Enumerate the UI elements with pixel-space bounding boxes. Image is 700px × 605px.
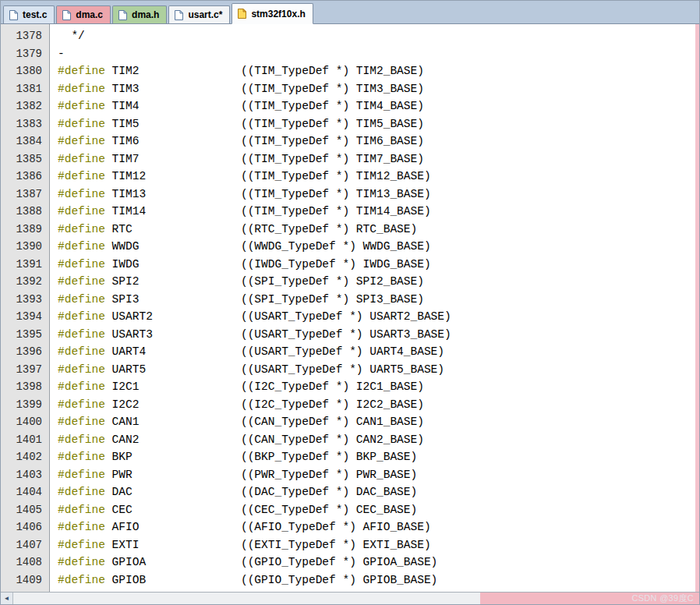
keyword-define: #define <box>58 188 105 200</box>
header-file-icon <box>237 8 247 19</box>
line-number: 1385 <box>1 150 49 168</box>
line-number: 1388 <box>1 203 49 221</box>
line-content: #define TIM6 ((TIM_TypeDef *) TIM6_BASE) <box>49 133 424 150</box>
code-editor[interactable]: 1378 */1379-1380#define TIM2 ((TIM_TypeD… <box>1 24 699 592</box>
keyword-define: #define <box>58 574 105 586</box>
keyword-define: #define <box>58 486 105 498</box>
line-number: 1404 <box>1 483 49 501</box>
tab-dma-c[interactable]: dma.c <box>56 5 111 23</box>
right-edge-strip <box>695 24 699 592</box>
keyword-define: #define <box>58 205 105 218</box>
line-content: #define AFIO ((AFIO_TypeDef *) AFIO_BASE… <box>49 518 431 536</box>
keyword-define: #define <box>58 451 105 463</box>
code-line: 1386#define TIM12 ((TIM_TypeDef *) TIM12… <box>1 168 699 186</box>
scroll-left-button[interactable]: ◄ <box>1 593 13 604</box>
line-number: 1395 <box>1 326 49 344</box>
keyword-define: #define <box>58 380 105 393</box>
line-number: 1394 <box>1 308 49 326</box>
keyword-define: #define <box>58 363 105 376</box>
line-number: 1400 <box>1 413 49 431</box>
tab-label: dma.h <box>132 9 159 20</box>
keyword-define: #define <box>58 223 105 235</box>
line-content: #define SPI3 ((SPI_TypeDef *) SPI3_BASE) <box>49 291 424 309</box>
tab-usart-c[interactable]: usart.c* <box>168 5 230 23</box>
code-line: 1389#define RTC ((RTC_TypeDef *) RTC_BAS… <box>1 221 699 239</box>
csdn-watermark: CSDN @39度C <box>480 593 699 604</box>
keyword-define: #define <box>58 433 105 446</box>
line-number: 1378 <box>1 27 49 45</box>
code-line: 1382#define TIM4 ((TIM_TypeDef *) TIM4_B… <box>1 97 699 115</box>
keyword-define: #define <box>58 556 105 568</box>
keyword-define: #define <box>58 275 105 288</box>
code-line: 1395#define USART3 ((USART_TypeDef *) US… <box>1 326 699 344</box>
code-line: 1392#define SPI2 ((SPI_TypeDef *) SPI2_B… <box>1 273 699 291</box>
line-number: 1386 <box>1 168 49 186</box>
line-number: 1392 <box>1 273 49 291</box>
code-line: 1398#define I2C1 ((I2C_TypeDef *) I2C1_B… <box>1 378 699 396</box>
keyword-define: #define <box>58 83 105 95</box>
tab-label: stm32f10x.h <box>251 9 305 19</box>
code-lines: 1378 */1379-1380#define TIM2 ((TIM_TypeD… <box>1 27 699 589</box>
line-number: 1391 <box>1 256 49 274</box>
code-line: 1378 */ <box>1 27 699 45</box>
line-content: #define TIM14 ((TIM_TypeDef *) TIM14_BAS… <box>49 203 431 221</box>
horizontal-scrollbar[interactable]: ◄ CSDN @39度C <box>1 592 699 604</box>
keyword-define: #define <box>58 345 105 358</box>
code-line: 1399#define I2C2 ((I2C_TypeDef *) I2C2_B… <box>1 396 699 414</box>
code-line: 1394#define USART2 ((USART_TypeDef *) US… <box>1 308 699 326</box>
line-number: 1405 <box>1 501 49 519</box>
code-line: 1405#define CEC ((CEC_TypeDef *) CEC_BAS… <box>1 501 699 519</box>
code-line: 1409#define GPIOB ((GPIO_TypeDef *) GPIO… <box>1 571 699 589</box>
line-content: #define IWDG ((IWDG_TypeDef *) IWDG_BASE… <box>49 256 431 274</box>
line-content: #define TIM5 ((TIM_TypeDef *) TIM5_BASE) <box>49 115 424 133</box>
tab-dma-h[interactable]: dma.h <box>112 5 167 23</box>
code-line: 1408#define GPIOA ((GPIO_TypeDef *) GPIO… <box>1 554 699 571</box>
line-content: #define RTC ((RTC_TypeDef *) RTC_BASE) <box>49 221 417 239</box>
code-line: 1383#define TIM5 ((TIM_TypeDef *) TIM5_B… <box>1 115 699 133</box>
line-content: #define I2C2 ((I2C_TypeDef *) I2C2_BASE) <box>49 396 424 414</box>
line-content: #define TIM4 ((TIM_TypeDef *) TIM4_BASE) <box>49 97 424 115</box>
code-line: 1397#define UART5 ((USART_TypeDef *) UAR… <box>1 361 699 379</box>
keyword-define: #define <box>58 153 105 165</box>
line-number: 1381 <box>1 80 49 98</box>
keyword-define: #define <box>58 504 105 516</box>
line-content: */ <box>49 27 85 45</box>
tab-stm32f10x-h[interactable]: stm32f10x.h <box>232 3 313 24</box>
line-number: 1401 <box>1 431 49 449</box>
line-content: #define WWDG ((WWDG_TypeDef *) WWDG_BASE… <box>49 238 431 256</box>
line-content: #define CAN1 ((CAN_TypeDef *) CAN1_BASE) <box>49 413 424 431</box>
keyword-define: #define <box>58 469 105 481</box>
tab-label: dma.c <box>76 9 103 20</box>
line-number: 1380 <box>1 62 49 80</box>
line-number: 1387 <box>1 186 49 203</box>
file-icon <box>174 9 184 21</box>
keyword-define: #define <box>58 293 105 306</box>
keyword-define: #define <box>58 258 105 271</box>
line-content: #define USART3 ((USART_TypeDef *) USART3… <box>49 326 451 344</box>
line-number: 1397 <box>1 361 49 379</box>
keyword-define: #define <box>58 398 105 411</box>
file-icon <box>62 9 72 21</box>
line-number: 1379 <box>1 45 49 63</box>
line-content: #define I2C1 ((I2C_TypeDef *) I2C1_BASE) <box>49 378 424 396</box>
code-line: 1407#define EXTI ((EXTI_TypeDef *) EXTI_… <box>1 536 699 554</box>
scrollbar-track[interactable] <box>13 593 480 604</box>
code-line: 1400#define CAN1 ((CAN_TypeDef *) CAN1_B… <box>1 413 699 431</box>
line-content: #define TIM7 ((TIM_TypeDef *) TIM7_BASE) <box>49 150 424 168</box>
line-number: 1407 <box>1 536 49 554</box>
code-line: 1388#define TIM14 ((TIM_TypeDef *) TIM14… <box>1 203 699 221</box>
code-line: 1379- <box>1 45 699 63</box>
code-line: 1391#define IWDG ((IWDG_TypeDef *) IWDG_… <box>1 256 699 274</box>
line-content: #define GPIOB ((GPIO_TypeDef *) GPIOB_BA… <box>49 571 437 589</box>
keyword-define: #define <box>58 100 105 112</box>
line-content: #define TIM13 ((TIM_TypeDef *) TIM13_BAS… <box>49 186 431 203</box>
line-number: 1406 <box>1 518 49 536</box>
tab-test-c[interactable]: test.c <box>3 5 55 23</box>
line-content: #define EXTI ((EXTI_TypeDef *) EXTI_BASE… <box>49 536 431 554</box>
line-number: 1402 <box>1 448 49 466</box>
keyword-define: #define <box>58 118 105 130</box>
line-content: #define PWR ((PWR_TypeDef *) PWR_BASE) <box>49 466 417 484</box>
keyword-define: #define <box>58 310 105 323</box>
line-number: 1393 <box>1 291 49 309</box>
keyword-define: #define <box>58 170 105 182</box>
